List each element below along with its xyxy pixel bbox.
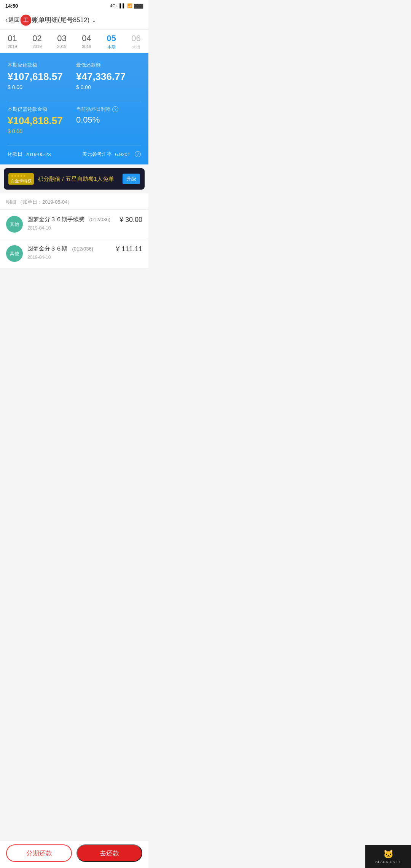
detail-section-label: 明细	[6, 199, 16, 205]
min-due-label: 最低还款额	[76, 62, 141, 69]
tab-month-01-year: 2019	[0, 44, 25, 49]
repay-date-label: 还款日	[8, 151, 22, 158]
rate-info-icon[interactable]: ?	[112, 106, 118, 112]
remaining-cny: ¥104,818.57	[8, 115, 72, 127]
banner-ad[interactable]: ★★★★★ 白金卡特权 积分翻倍 / 五星自助餐1人免单 升级	[4, 168, 145, 190]
tab-month-05-num: 05	[99, 34, 124, 43]
tx-title-row-1: 圆梦金分３６期手续费 (012/036) ¥ 30.00	[27, 216, 142, 224]
tab-month-06[interactable]: 06 未出	[124, 30, 148, 53]
page-title: 账单明细(尾号8512)	[32, 16, 89, 24]
detail-header: 明细 （账单日：2019-05-04）	[0, 193, 148, 210]
tab-month-03-year: 2019	[49, 44, 74, 49]
tx-content-2: 圆梦金分３６期 (012/036) ¥ 111.11 2019-04-10	[27, 245, 142, 260]
total-due-cny: ¥107,618.57	[8, 71, 72, 83]
svg-text:工: 工	[23, 17, 29, 23]
chevron-down-icon[interactable]: ⌄	[92, 17, 96, 23]
exchange-rate-info-icon[interactable]: ?	[135, 151, 141, 157]
detail-date-note: （账单日：2019-05-04）	[18, 199, 73, 205]
back-label: 返回	[8, 16, 20, 24]
exchange-rate-label: 美元参考汇率	[82, 151, 112, 158]
month-tabs: 01 2019 02 2019 03 2019 04 2019 05 本期 06…	[0, 30, 148, 54]
min-due-cny: ¥47,336.77	[76, 71, 141, 83]
remaining-col: 本期仍需还款金额 ¥104,818.57 $ 0.00	[8, 106, 72, 140]
tab-month-04-year: 2019	[74, 44, 99, 49]
banner-upgrade-button[interactable]: 升级	[123, 174, 140, 184]
tx-name-2: 圆梦金分３６期	[27, 245, 67, 252]
tab-month-02[interactable]: 02 2019	[25, 30, 49, 53]
tab-month-02-year: 2019	[25, 44, 49, 49]
header-title-area: 账单明细(尾号8512) ⌄	[32, 16, 143, 24]
wifi-icon: 📶	[127, 3, 132, 8]
banner-stars: ★★★★★	[11, 174, 32, 178]
exchange-rate-item: 美元参考汇率 6.9201 ?	[82, 151, 141, 158]
tx-name-tag-1: 圆梦金分３６期手续费 (012/036)	[27, 216, 110, 223]
repay-date-value: 2019-05-23	[25, 152, 51, 157]
tx-content-1: 圆梦金分３６期手续费 (012/036) ¥ 30.00 2019-04-10	[27, 216, 142, 231]
banner-badge-area: ★★★★★ 白金卡特权	[8, 173, 34, 185]
total-due-label: 本期应还款额	[8, 62, 72, 69]
min-due-usd: $ 0.00	[76, 84, 141, 90]
tab-month-02-num: 02	[25, 34, 49, 43]
tx-tag-1: (012/036)	[89, 217, 110, 222]
rate-col: 当前循环日利率 ? 0.05%	[72, 106, 141, 140]
signal-4g-icon: 4G+	[110, 3, 118, 8]
tab-month-03-num: 03	[49, 34, 74, 43]
tab-month-05[interactable]: 05 本期	[99, 30, 124, 53]
tx-amount-1: ¥ 30.00	[119, 216, 142, 224]
tab-month-06-num: 06	[124, 34, 148, 43]
banner-badge: ★★★★★ 白金卡特权	[8, 173, 34, 185]
battery-icon: ▓▓▓	[134, 3, 143, 8]
remaining-usd: $ 0.00	[8, 128, 72, 134]
transaction-item-1[interactable]: 其他 圆梦金分３６期手续费 (012/036) ¥ 30.00 2019-04-…	[0, 210, 148, 239]
tab-month-04-num: 04	[74, 34, 99, 43]
icbc-logo: 工	[20, 14, 32, 26]
status-icons: 4G+ ▌▌ 📶 ▓▓▓	[110, 3, 143, 8]
tx-date-2: 2019-04-10	[27, 255, 142, 260]
banner-badge-label: 白金卡特权	[11, 179, 32, 183]
total-due-usd: $ 0.00	[8, 84, 72, 90]
summary-divider-2	[8, 145, 141, 145]
tab-month-01-num: 01	[0, 34, 25, 43]
chevron-left-icon: ‹	[5, 16, 8, 24]
signal-bars-icon: ▌▌	[119, 3, 126, 8]
tab-month-06-year: 未出	[124, 44, 148, 50]
tab-month-04[interactable]: 04 2019	[74, 30, 99, 53]
tx-avatar-2: 其他	[6, 245, 23, 262]
status-time: 14:50	[5, 3, 18, 9]
banner-text: 积分翻倍 / 五星自助餐1人免单	[38, 176, 119, 183]
header: ‹ 返回 工 账单明细(尾号8512) ⌄	[0, 11, 148, 30]
summary-divider-1	[8, 101, 141, 101]
tab-month-01[interactable]: 01 2019	[0, 30, 25, 53]
tx-date-1: 2019-04-10	[27, 225, 142, 231]
repay-date-item: 还款日 2019-05-23	[8, 151, 51, 158]
summary-top-row: 本期应还款额 ¥107,618.57 $ 0.00 最低还款额 ¥47,336.…	[8, 62, 141, 96]
summary-footer: 还款日 2019-05-23 美元参考汇率 6.9201 ?	[8, 151, 141, 158]
min-due-col: 最低还款额 ¥47,336.77 $ 0.00	[72, 62, 141, 96]
tab-month-03[interactable]: 03 2019	[49, 30, 74, 53]
status-bar: 14:50 4G+ ▌▌ 📶 ▓▓▓	[0, 0, 148, 11]
tx-avatar-1: 其他	[6, 216, 23, 233]
rate-value: 0.05%	[76, 115, 141, 125]
summary-card: 本期应还款额 ¥107,618.57 $ 0.00 最低还款额 ¥47,336.…	[0, 54, 148, 164]
summary-mid-row: 本期仍需还款金额 ¥104,818.57 $ 0.00 当前循环日利率 ? 0.…	[8, 106, 141, 140]
tx-title-row-2: 圆梦金分３６期 (012/036) ¥ 111.11	[27, 245, 142, 253]
transaction-item-2[interactable]: 其他 圆梦金分３６期 (012/036) ¥ 111.11 2019-04-10	[0, 239, 148, 268]
remaining-label: 本期仍需还款金额	[8, 106, 72, 113]
rate-label: 当前循环日利率 ?	[76, 106, 141, 113]
tx-name-1: 圆梦金分３６期手续费	[27, 216, 84, 222]
tx-amount-2: ¥ 111.11	[116, 245, 142, 253]
back-button[interactable]: ‹ 返回	[5, 16, 20, 24]
exchange-rate-value: 6.9201	[115, 152, 130, 157]
tab-month-05-year: 本期	[99, 44, 124, 50]
total-due-col: 本期应还款额 ¥107,618.57 $ 0.00	[8, 62, 72, 96]
detail-section: 明细 （账单日：2019-05-04） 其他 圆梦金分３６期手续费 (012/0…	[0, 193, 148, 268]
tx-tag-2: (012/036)	[72, 246, 93, 252]
tx-name-tag-2: 圆梦金分３６期 (012/036)	[27, 245, 93, 252]
